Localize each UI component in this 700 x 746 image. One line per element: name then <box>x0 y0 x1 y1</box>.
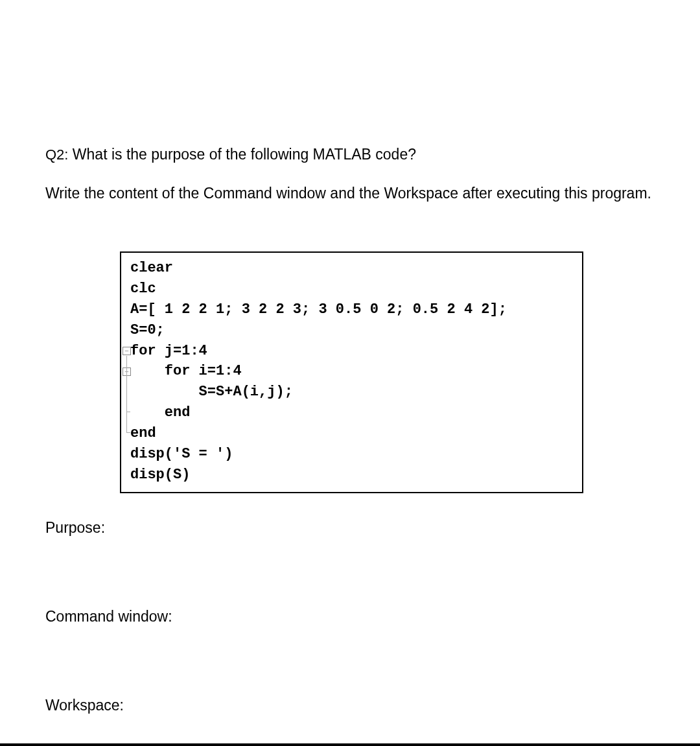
code-line: end <box>130 404 190 421</box>
question-label: Q2: <box>45 146 68 163</box>
question-text: What is the purpose of the following MAT… <box>73 146 416 163</box>
code-line: for j=1:4 <box>130 343 207 359</box>
document-content: Q2: What is the purpose of the following… <box>0 0 700 714</box>
code-line: A=[ 1 2 2 1; 3 2 2 3; 3 0.5 0 2; 0.5 2 4… <box>130 301 507 318</box>
code-line: clear <box>130 260 173 276</box>
fold-end-tick <box>126 412 130 412</box>
code-text: clear clc A=[ 1 2 2 1; 3 2 2 3; 3 0.5 0 … <box>130 258 573 485</box>
fold-icon: − <box>122 347 131 355</box>
code-line: for i=1:4 <box>130 363 242 379</box>
question-heading: Q2: What is the purpose of the following… <box>45 146 655 163</box>
fold-guide-line <box>126 377 127 412</box>
code-line: S=S+A(i,j); <box>130 384 293 400</box>
code-line: end <box>130 425 156 441</box>
fold-end-tick <box>126 432 130 433</box>
code-line: clc <box>130 281 156 297</box>
purpose-label: Purpose: <box>45 519 655 537</box>
code-line: disp('S = ') <box>130 446 233 462</box>
code-block: − − clear clc A=[ 1 2 2 1; 3 2 2 3; 3 0.… <box>120 251 583 493</box>
code-line: disp(S) <box>130 467 190 483</box>
command-window-label: Command window: <box>45 608 655 625</box>
document-page: Q2: What is the purpose of the following… <box>0 0 700 746</box>
code-line: S=0; <box>130 322 165 338</box>
workspace-label: Workspace: <box>45 697 655 714</box>
instruction-text: Write the content of the Command window … <box>45 181 655 206</box>
